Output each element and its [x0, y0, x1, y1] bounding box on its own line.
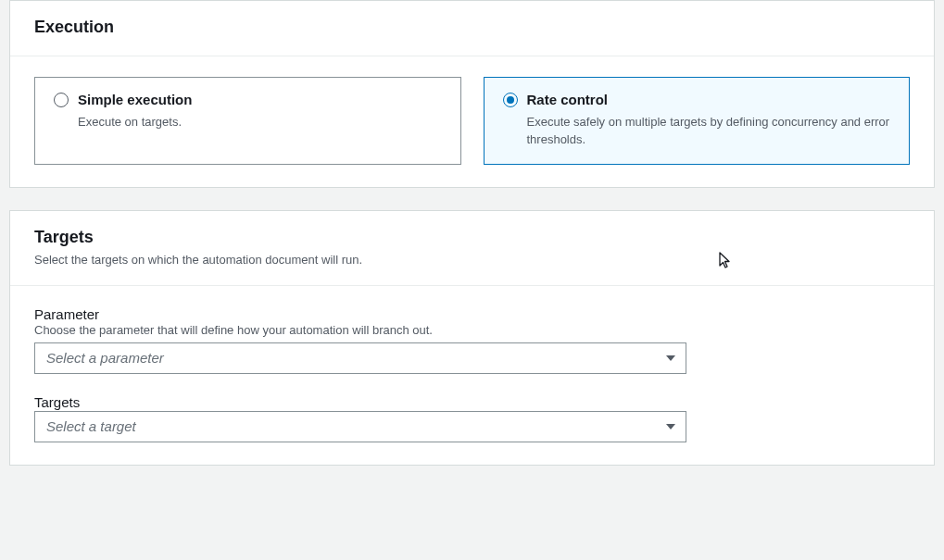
execution-option-simple[interactable]: Simple execution Execute on targets.: [34, 77, 461, 165]
execution-option-rate-title: Rate control: [527, 91, 891, 109]
execution-option-rate-desc: Execute safely on multiple targets by de…: [527, 113, 891, 149]
parameter-select[interactable]: Select a parameter: [34, 342, 686, 374]
targets-field-label: Targets: [34, 394, 910, 410]
targets-field: Targets Select a target: [34, 394, 910, 442]
parameter-label: Parameter: [34, 306, 910, 322]
execution-title: Execution: [34, 18, 910, 37]
parameter-field: Parameter Choose the parameter that will…: [34, 306, 910, 374]
targets-subtitle: Select the targets on which the automati…: [34, 253, 910, 267]
parameter-select-placeholder: Select a parameter: [34, 342, 686, 374]
execution-option-simple-title: Simple execution: [78, 91, 442, 109]
execution-radio-group: Simple execution Execute on targets. Rat…: [34, 77, 910, 165]
execution-option-rate-control[interactable]: Rate control Execute safely on multiple …: [484, 77, 911, 165]
execution-option-simple-desc: Execute on targets.: [78, 113, 442, 131]
radio-icon: [503, 93, 518, 107]
targets-select[interactable]: Select a target: [34, 411, 686, 442]
targets-panel: Targets Select the targets on which the …: [9, 210, 935, 466]
execution-panel: Execution Simple execution Execute on ta…: [9, 0, 935, 188]
targets-body: Parameter Choose the parameter that will…: [10, 286, 934, 465]
execution-body: Simple execution Execute on targets. Rat…: [10, 56, 934, 187]
targets-select-placeholder: Select a target: [34, 411, 686, 442]
targets-header: Targets Select the targets on which the …: [10, 211, 934, 286]
targets-title: Targets: [34, 228, 910, 247]
caret-down-icon: [666, 355, 675, 361]
radio-icon: [54, 93, 69, 107]
caret-down-icon: [666, 424, 675, 429]
parameter-help: Choose the parameter that will define ho…: [34, 323, 910, 337]
execution-header: Execution: [10, 1, 934, 56]
